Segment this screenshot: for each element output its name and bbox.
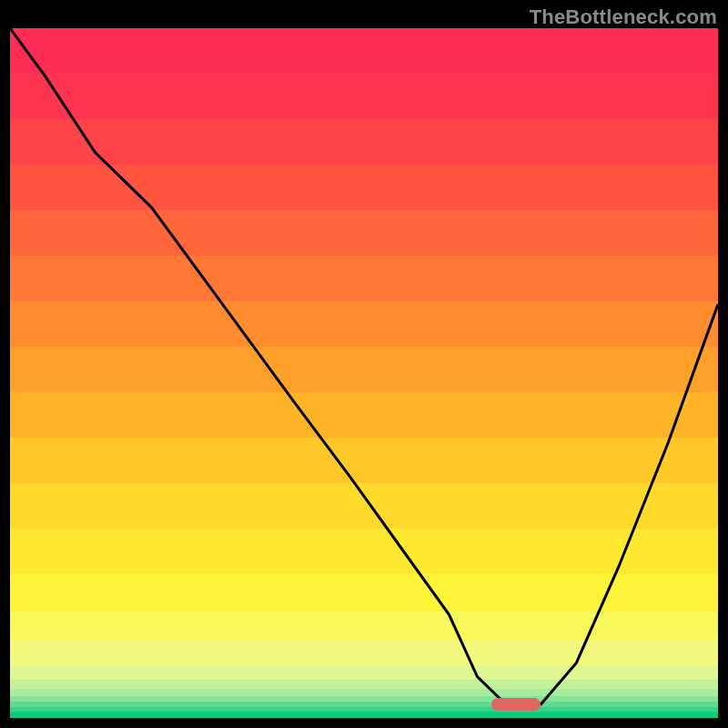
watermark-text: TheBottleneck.com — [530, 5, 717, 29]
bottleneck-curve — [10, 28, 718, 704]
optimal-range-marker — [491, 698, 541, 711]
plot-area — [10, 28, 718, 718]
chart-frame: TheBottleneck.com — [0, 0, 728, 728]
curve-layer — [10, 28, 718, 718]
